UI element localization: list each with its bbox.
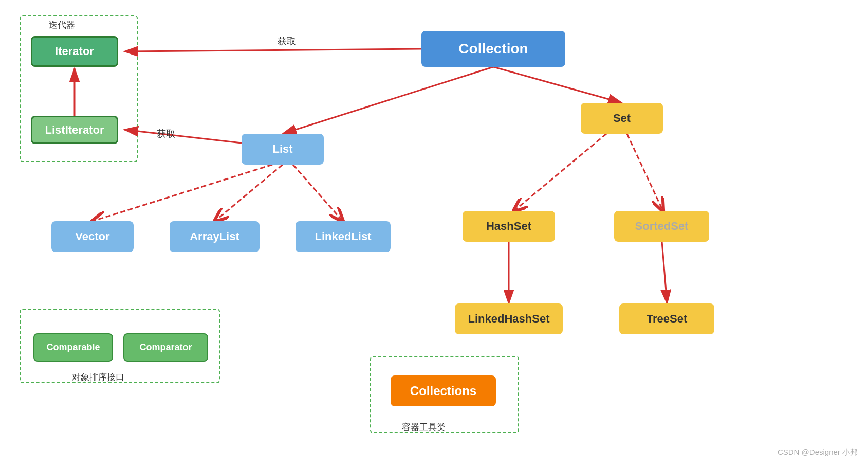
node-collections: Collections — [391, 375, 496, 406]
svg-line-8 — [293, 165, 343, 221]
node-arraylist: ArrayList — [170, 221, 260, 252]
svg-line-1 — [124, 49, 421, 51]
svg-line-9 — [514, 134, 606, 211]
node-comparator: Comparator — [123, 333, 208, 362]
node-iterator: Iterator — [31, 36, 118, 67]
node-set: Set — [581, 103, 663, 134]
node-sortedset: SortedSet — [614, 211, 709, 242]
node-vector: Vector — [51, 221, 134, 252]
node-treeset: TreeSet — [619, 303, 714, 334]
svg-line-5 — [493, 67, 622, 103]
svg-line-7 — [215, 165, 283, 221]
node-listiterator: ListIterator — [31, 116, 118, 144]
collections-group-label: 容器工具类 — [402, 421, 446, 433]
node-linkedlist: LinkedList — [296, 221, 391, 252]
watermark: CSDN @Designer 小邦 — [778, 448, 858, 457]
node-list: List — [242, 134, 324, 165]
svg-line-12 — [662, 242, 667, 303]
node-comparable: Comparable — [33, 333, 113, 362]
node-collection: Collection — [421, 31, 565, 67]
svg-line-10 — [627, 134, 663, 211]
svg-line-2 — [124, 130, 242, 143]
label-acquire1: 获取 — [278, 35, 296, 47]
svg-line-4 — [283, 67, 493, 134]
node-linkedhashset: LinkedHashSet — [455, 303, 563, 334]
sorting-group-label: 对象排序接口 — [72, 371, 124, 383]
node-hashset: HashSet — [463, 211, 555, 242]
diagram-container: 迭代器 对象排序接口 容器工具类 — [0, 0, 868, 465]
svg-line-6 — [93, 165, 272, 221]
label-acquire2: 获取 — [157, 128, 175, 140]
iterator-group-label: 迭代器 — [49, 19, 75, 31]
